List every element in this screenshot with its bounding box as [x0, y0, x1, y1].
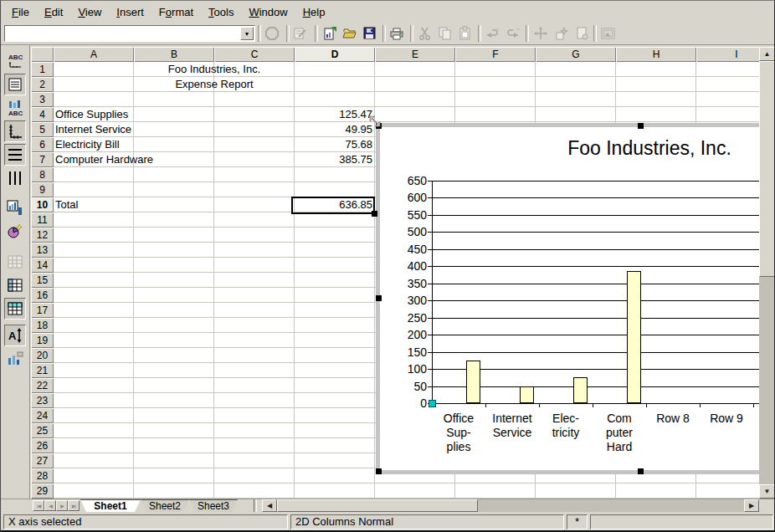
horizontal-scrollbar[interactable]: ◀ ▶	[262, 499, 759, 512]
x-axis-label[interactable]: plies	[447, 440, 471, 453]
tab-scrollbar-splitter[interactable]	[254, 499, 257, 512]
edit-chart-type-icon[interactable]	[4, 197, 26, 219]
scale-text-icon[interactable]: A	[4, 325, 26, 346]
row-header-17[interactable]: 17	[31, 303, 54, 318]
column-header-I[interactable]: I	[696, 47, 759, 62]
row-header-25[interactable]: 25	[31, 423, 54, 438]
select-all-corner[interactable]	[31, 47, 54, 62]
column-header-C[interactable]: C	[214, 47, 295, 62]
cell-title-row1[interactable]: Foo Industries, Inc.	[134, 62, 295, 77]
x-axis-label[interactable]: Service	[493, 426, 532, 439]
vertical-scrollbar[interactable]: ▲ ▼	[759, 47, 775, 499]
chart-selection-handle[interactable]	[638, 468, 644, 474]
cell-D6[interactable]: 75.68	[295, 137, 372, 152]
open-icon[interactable]	[340, 24, 360, 43]
scroll-right-button[interactable]: ▶	[744, 499, 759, 512]
y-axis-label[interactable]: 500	[390, 225, 427, 238]
axes-titles-icon[interactable]: ABC	[4, 97, 26, 119]
x-axis-label[interactable]: Com	[607, 412, 632, 425]
chart-selection-handle[interactable]	[638, 123, 644, 129]
sheet-tab-sheet1[interactable]: Sheet1	[80, 499, 141, 512]
row-header-14[interactable]: 14	[31, 258, 54, 273]
row-header-23[interactable]: 23	[31, 393, 54, 408]
vertical-grid-icon[interactable]	[4, 167, 26, 189]
menu-format[interactable]: Format	[151, 3, 201, 21]
y-axis-label[interactable]: 550	[390, 208, 427, 222]
row-header-1[interactable]: 1	[31, 62, 54, 77]
x-axis-label[interactable]: puter	[606, 426, 633, 439]
save-icon[interactable]	[360, 24, 380, 43]
menu-file[interactable]: File	[4, 3, 37, 21]
x-axis-selection-handle[interactable]	[429, 400, 436, 407]
titles-on-off-icon[interactable]: ABC	[4, 50, 26, 72]
row-header-5[interactable]: 5	[31, 122, 54, 137]
menu-window[interactable]: Window	[241, 3, 295, 21]
sheet-tab-sheet2[interactable]: Sheet2	[141, 499, 189, 512]
y-axis-label[interactable]: 450	[390, 243, 427, 256]
row-header-28[interactable]: 28	[31, 468, 54, 483]
x-axis-label[interactable]: Sup-	[446, 426, 471, 439]
column-header-D[interactable]: D	[295, 47, 375, 62]
x-axis-label[interactable]: Hard	[607, 440, 632, 453]
y-axis-line[interactable]	[432, 181, 433, 403]
next-sheet-button[interactable]: ▶	[56, 500, 68, 511]
cells-area[interactable]: Foo Industries, Inc. 0501001502002503003…	[54, 62, 759, 499]
row-header-16[interactable]: 16	[31, 288, 54, 303]
x-axis-label[interactable]: tricity	[552, 426, 580, 439]
row-header-15[interactable]: 15	[31, 273, 54, 288]
column-header-B[interactable]: B	[134, 47, 214, 62]
chart-object[interactable]: Foo Industries, Inc. 0501001502002503003…	[376, 123, 759, 474]
y-axis-label[interactable]: 200	[390, 328, 427, 341]
chart-title[interactable]: Foo Industries, Inc.	[567, 137, 731, 160]
reorganize-chart-icon[interactable]	[4, 348, 26, 370]
row-header-6[interactable]: 6	[31, 137, 54, 152]
row-header-7[interactable]: 7	[31, 152, 54, 167]
row-header-2[interactable]: 2	[31, 77, 54, 92]
row-header-22[interactable]: 22	[31, 378, 54, 393]
combo-dropdown-button[interactable]: ▼	[240, 27, 254, 40]
scroll-up-button[interactable]: ▲	[759, 47, 775, 61]
row-header-29[interactable]: 29	[31, 483, 54, 499]
bar-1[interactable]	[466, 361, 480, 403]
horizontal-grid-icon[interactable]	[4, 144, 26, 166]
y-axis-label[interactable]: 0	[390, 396, 427, 410]
row-header-27[interactable]: 27	[31, 453, 54, 468]
autoformat-icon[interactable]	[4, 221, 26, 243]
horizontal-scrollbar-thumb[interactable]	[277, 499, 478, 512]
column-header-E[interactable]: E	[375, 47, 455, 62]
y-axis-label[interactable]: 150	[390, 345, 427, 359]
last-sheet-button[interactable]: ▶|	[68, 500, 80, 511]
y-axis-label[interactable]: 50	[390, 380, 427, 393]
cell-D7[interactable]: 385.75	[295, 152, 372, 167]
y-axis-label[interactable]: 250	[390, 311, 427, 325]
row-header-11[interactable]: 11	[31, 212, 54, 228]
row-header-8[interactable]: 8	[31, 167, 54, 182]
data-in-columns-icon[interactable]	[4, 298, 26, 320]
new-document-icon[interactable]	[320, 24, 340, 43]
url-combo-box[interactable]: ▼	[4, 25, 255, 42]
menu-tools[interactable]: Tools	[201, 3, 241, 21]
chart-selection-handle[interactable]	[376, 295, 382, 301]
x-axis-label[interactable]: Internet	[492, 412, 531, 425]
row-header-19[interactable]: 19	[31, 333, 54, 348]
data-in-rows-icon[interactable]	[4, 274, 26, 296]
row-header-20[interactable]: 20	[31, 348, 54, 363]
row-header-18[interactable]: 18	[31, 318, 54, 333]
first-sheet-button[interactable]: |◀	[33, 500, 44, 511]
y-axis-label[interactable]: 100	[390, 362, 427, 376]
chart-selection-handle[interactable]	[376, 468, 382, 474]
cell-A5[interactable]: Internet Service	[55, 122, 273, 137]
y-axis-label[interactable]: 650	[390, 174, 427, 187]
row-header-10[interactable]: 10	[31, 197, 54, 212]
bar-3[interactable]	[573, 377, 588, 403]
cell-D5[interactable]: 49.95	[295, 122, 372, 137]
row-header-9[interactable]: 9	[31, 182, 54, 197]
menu-edit[interactable]: Edit	[37, 3, 70, 21]
print-icon[interactable]	[387, 24, 407, 43]
cell-A7[interactable]: Computer Hardware	[55, 152, 273, 167]
column-header-G[interactable]: G	[536, 47, 616, 62]
bar-2[interactable]	[520, 386, 534, 403]
cell-A6[interactable]: Electricity Bill	[55, 137, 273, 152]
x-axis-label[interactable]: Office	[444, 412, 474, 425]
menu-insert[interactable]: Insert	[109, 3, 151, 21]
